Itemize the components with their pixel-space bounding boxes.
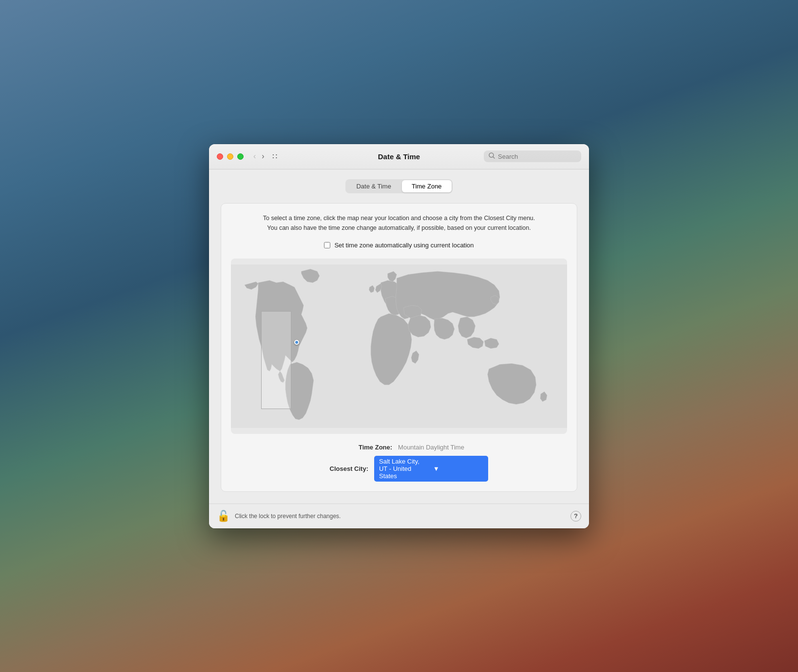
help-button[interactable]: ?	[570, 511, 581, 522]
timezone-label: Time Zone:	[334, 444, 392, 451]
auto-timezone-row: Set time zone automatically using curren…	[231, 242, 567, 249]
back-button[interactable]: ‹	[251, 151, 258, 162]
auto-timezone-checkbox[interactable]	[324, 242, 330, 248]
nav-buttons: ‹ ›	[251, 151, 266, 162]
lock-text: Click the lock to prevent further change…	[235, 513, 566, 520]
main-window: ‹ › ∷ Date & Time Date & Time Time Zone	[209, 144, 589, 528]
close-button[interactable]	[217, 153, 223, 160]
minimize-button[interactable]	[227, 153, 233, 160]
location-dot	[294, 340, 299, 345]
traffic-lights	[217, 153, 244, 160]
auto-timezone-label[interactable]: Set time zone automatically using curren…	[334, 242, 474, 249]
search-input[interactable]	[498, 153, 576, 160]
svg-line-1	[493, 157, 494, 158]
search-field[interactable]	[484, 150, 581, 162]
fields-area: Time Zone: Mountain Daylight Time Closes…	[231, 444, 567, 482]
grid-icon[interactable]: ∷	[272, 152, 277, 161]
closest-city-dropdown[interactable]: Salt Lake City, UT - United States ▼	[374, 456, 488, 482]
closest-city-selected: Salt Lake City, UT - United States	[379, 458, 429, 480]
dropdown-arrow-icon: ▼	[433, 465, 483, 472]
timezone-value: Mountain Daylight Time	[398, 444, 464, 451]
tab-group: Date & Time Time Zone	[345, 179, 452, 193]
bottom-bar: 🔓 Click the lock to prevent further chan…	[209, 504, 589, 528]
map-svg	[231, 259, 567, 434]
search-icon	[489, 152, 495, 160]
closest-city-row: Closest City: Salt Lake City, UT - Unite…	[310, 456, 488, 482]
world-map[interactable]	[231, 259, 567, 434]
tab-time-zone[interactable]: Time Zone	[402, 180, 452, 192]
tab-date-time[interactable]: Date & Time	[346, 180, 401, 192]
closest-city-label: Closest City:	[310, 465, 368, 472]
settings-panel: To select a time zone, click the map nea…	[221, 203, 577, 492]
content-area: Date & Time Time Zone To select a time z…	[209, 169, 589, 504]
forward-button[interactable]: ›	[260, 151, 266, 162]
lock-icon[interactable]: 🔓	[217, 510, 230, 523]
titlebar: ‹ › ∷ Date & Time	[209, 144, 589, 169]
tab-bar: Date & Time Time Zone	[221, 179, 577, 193]
timezone-row: Time Zone: Mountain Daylight Time	[334, 444, 464, 451]
description-text: To select a time zone, click the map nea…	[231, 213, 567, 233]
window-title: Date & Time	[378, 152, 420, 161]
fullscreen-button[interactable]	[237, 153, 244, 160]
